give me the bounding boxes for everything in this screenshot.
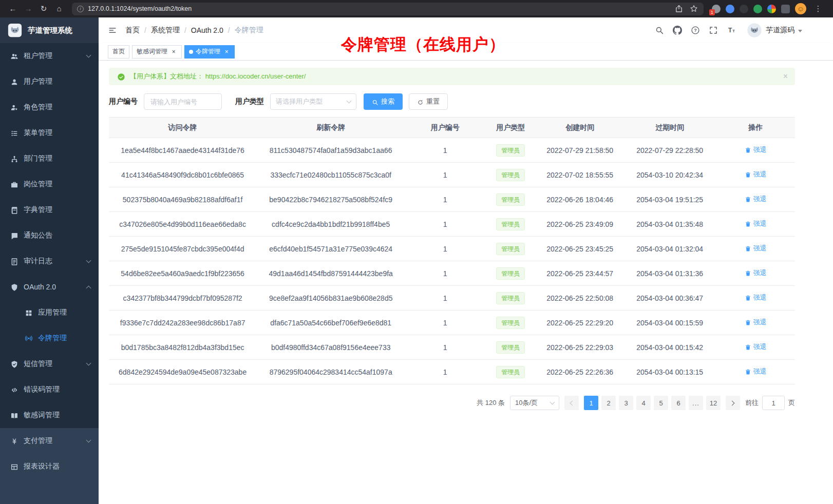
user-type-select[interactable]: 请选择用户类型 bbox=[270, 93, 356, 110]
user-type-tag: 管理员 bbox=[496, 366, 525, 378]
sidebar-item-oauth2[interactable]: OAuth 2.0 bbox=[0, 274, 99, 300]
breadcrumb-item[interactable]: 首页 bbox=[125, 26, 140, 35]
force-logout-button[interactable]: 强退 bbox=[745, 170, 767, 179]
tab-home[interactable]: 首页 bbox=[108, 45, 129, 59]
share-icon[interactable] bbox=[674, 4, 684, 13]
extension-icon[interactable] bbox=[726, 5, 734, 13]
extension-icon[interactable] bbox=[740, 5, 748, 13]
cell-access-token: 275e5de9151045fe87cbdc395e004f4d bbox=[109, 237, 256, 261]
sidebar-item-notice[interactable]: 通知公告 bbox=[0, 223, 99, 248]
prev-page-button[interactable] bbox=[564, 396, 579, 410]
page-button-2[interactable]: 2 bbox=[601, 396, 616, 410]
user-menu[interactable]: 芋道源码 bbox=[747, 23, 802, 38]
force-logout-button[interactable]: 强退 bbox=[745, 244, 767, 253]
sidebar-item-tenant[interactable]: 租户管理 bbox=[0, 43, 99, 69]
cell-expire-time: 2022-07-29 22:28:50 bbox=[623, 138, 716, 163]
cell-expire-time: 2054-03-04 00:13:15 bbox=[623, 360, 716, 384]
page-button-4[interactable]: 4 bbox=[636, 396, 651, 410]
browser-profile-avatar[interactable] bbox=[795, 3, 806, 14]
page-button-6[interactable]: 6 bbox=[671, 396, 686, 410]
font-size-icon[interactable]: TT bbox=[727, 26, 736, 35]
search-icon[interactable] bbox=[655, 26, 664, 35]
force-logout-button[interactable]: 强退 bbox=[745, 318, 767, 327]
next-page-button[interactable] bbox=[726, 396, 740, 410]
force-logout-button[interactable]: 强退 bbox=[745, 367, 767, 376]
chevron-down-icon bbox=[347, 99, 352, 104]
sidebar-item-sensitive-word[interactable]: 敏感词管理 bbox=[0, 402, 99, 428]
cell-access-token: f9336e7c7dd242a283ee98dc86b17a87 bbox=[109, 311, 256, 335]
collapse-sidebar-icon[interactable] bbox=[108, 26, 117, 35]
force-logout-button[interactable]: 强退 bbox=[745, 342, 767, 352]
search-button[interactable]: 搜索 bbox=[364, 93, 403, 110]
browser-menu-icon[interactable] bbox=[811, 0, 825, 17]
page-button-12[interactable]: 12 bbox=[706, 396, 721, 410]
forward-icon[interactable] bbox=[22, 0, 35, 17]
close-icon[interactable] bbox=[223, 48, 230, 55]
token-table: 访问令牌刷新令牌用户编号用户类型创建时间过期时间操作 1ea5e44f8bc14… bbox=[109, 117, 795, 384]
goto-page-input[interactable] bbox=[762, 396, 785, 410]
home-icon[interactable] bbox=[52, 0, 66, 17]
cell-refresh-token: 9ce8ef2aa9f14056b831ae9b608e28d5 bbox=[256, 286, 405, 311]
top-navbar: 首页/系统管理/OAuth 2.0/令牌管理 ? TT 芋道源码 bbox=[99, 17, 833, 43]
github-icon[interactable] bbox=[673, 26, 682, 35]
close-icon[interactable] bbox=[783, 72, 788, 81]
address-bar[interactable]: i 127.0.0.1:1024/system/oauth2/token bbox=[72, 3, 704, 15]
user-type-tag: 管理员 bbox=[496, 292, 525, 304]
sidebar-item-role[interactable]: 角色管理 bbox=[0, 94, 99, 120]
chevron-down-icon bbox=[86, 258, 91, 263]
sidebar-item-menu[interactable]: 菜单管理 bbox=[0, 120, 99, 146]
force-logout-button[interactable]: 强退 bbox=[745, 219, 767, 228]
force-logout-button[interactable]: 强退 bbox=[745, 268, 767, 278]
user-icon bbox=[10, 77, 18, 86]
sidebar-item-label: 敏感词管理 bbox=[24, 411, 90, 420]
open-book-icon bbox=[10, 411, 18, 419]
app-logo[interactable]: 芋道管理系统 bbox=[0, 17, 99, 43]
breadcrumb-item[interactable]: OAuth 2.0 bbox=[191, 26, 223, 34]
fullscreen-icon[interactable] bbox=[709, 26, 718, 35]
page-button-3[interactable]: 3 bbox=[619, 396, 633, 410]
tab-token[interactable]: 令牌管理 bbox=[184, 45, 235, 59]
sidebar-item-oauth2-token[interactable]: 令牌管理 bbox=[0, 325, 99, 351]
sidebar-item-post[interactable]: 岗位管理 bbox=[0, 171, 99, 197]
back-icon[interactable] bbox=[6, 0, 20, 17]
sidebar-item-error-code[interactable]: 错误码管理 bbox=[0, 377, 99, 402]
sidebar-item-label: 用户管理 bbox=[24, 77, 90, 86]
reload-icon[interactable] bbox=[37, 0, 50, 17]
sidebar-item-report-designer[interactable]: 报表设计器 bbox=[0, 454, 99, 479]
cell-user-id: 1 bbox=[405, 187, 485, 212]
column-header: 用户类型 bbox=[485, 118, 536, 138]
force-logout-button[interactable]: 强退 bbox=[745, 293, 767, 302]
sidebar-item-audit-log[interactable]: 审计日志 bbox=[0, 248, 99, 274]
sidebar-item-dept[interactable]: 部门管理 bbox=[0, 146, 99, 171]
breadcrumb-item[interactable]: 系统管理 bbox=[151, 26, 180, 35]
user-id-input[interactable] bbox=[144, 93, 222, 110]
page-button-1[interactable]: 1 bbox=[584, 396, 598, 410]
column-header: 刷新令牌 bbox=[256, 118, 405, 138]
extension-icon[interactable]: 1 bbox=[712, 5, 721, 13]
force-logout-button[interactable]: 强退 bbox=[745, 145, 767, 154]
cell-refresh-token: b0df4980ffd34c67a08f9156e4eee733 bbox=[256, 335, 405, 360]
reset-button[interactable]: 重置 bbox=[409, 93, 448, 110]
bookmark-star-icon[interactable] bbox=[689, 4, 698, 13]
table-row: 1ea5e44f8bc1467aaede43144f31de76811c5304… bbox=[109, 138, 795, 163]
force-logout-button[interactable]: 强退 bbox=[745, 195, 767, 204]
extension-icon[interactable] bbox=[767, 5, 776, 13]
sidebar-item-oauth2-app[interactable]: 应用管理 bbox=[0, 300, 99, 325]
sidebar-item-dict[interactable]: 字典管理 bbox=[0, 197, 99, 223]
page-button-5[interactable]: 5 bbox=[654, 396, 668, 410]
doc-link[interactable]: https://doc.iocoder.cn/user-center/ bbox=[205, 72, 306, 80]
pagination-ellipsis[interactable]: ... bbox=[689, 396, 703, 410]
sidebar-item-user[interactable]: 用户管理 bbox=[0, 69, 99, 94]
breadcrumb-item: 令牌管理 bbox=[235, 26, 263, 35]
sidebar-item-sms[interactable]: 短信管理 bbox=[0, 351, 99, 377]
site-info-icon[interactable]: i bbox=[77, 6, 84, 12]
extension-icon[interactable] bbox=[781, 5, 790, 13]
extension-icon[interactable] bbox=[753, 5, 762, 13]
page-size-select[interactable]: 10条/页 bbox=[510, 396, 559, 410]
close-icon[interactable] bbox=[170, 48, 177, 55]
tab-sensitive-word[interactable]: 敏感词管理 bbox=[132, 45, 182, 59]
sidebar-item-pay[interactable]: 支付管理 bbox=[0, 428, 99, 454]
broadcast-icon bbox=[25, 334, 33, 342]
help-icon[interactable]: ? bbox=[691, 26, 700, 35]
cell-refresh-token: dfa6c71a50a54c66bef706ef9e6e8d81 bbox=[256, 311, 405, 335]
